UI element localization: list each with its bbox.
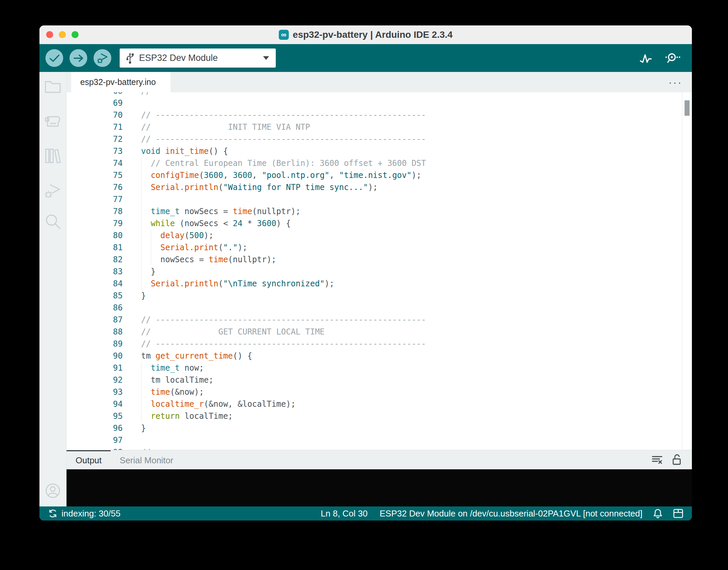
code-line: 84 Serial.println("\nTime synchronized")… <box>67 278 692 290</box>
editor-scrollbar-thumb[interactable] <box>685 100 690 116</box>
line-number: 74 <box>67 157 123 169</box>
code-text: // -------------------------------------… <box>123 338 426 350</box>
sidebar-item-boards-manager[interactable] <box>44 114 62 129</box>
bell-icon <box>653 508 662 518</box>
debug-icon <box>44 183 62 199</box>
code-line: 77 <box>67 193 692 205</box>
code-text <box>123 302 141 314</box>
code-text: // -------------------------------------… <box>123 446 426 450</box>
arrow-right-icon <box>74 54 84 62</box>
code-text <box>123 97 141 109</box>
code-line: 88// GET CURRENT LOCAL TIME <box>67 326 692 338</box>
code-line: 73void init_time() { <box>67 145 692 157</box>
debug-button[interactable] <box>94 49 111 67</box>
line-number: 82 <box>67 254 123 266</box>
serial-monitor-button[interactable] <box>663 51 681 66</box>
unlock-icon <box>672 454 682 466</box>
board-selector-label: ESP32 Dev Module <box>139 53 263 63</box>
line-number: 84 <box>67 278 123 290</box>
titlebar[interactable]: ∞ esp32-pv-battery | Arduino IDE 2.3.4 <box>39 25 692 44</box>
refresh-icon <box>48 509 57 518</box>
code-text: Serial.println("Waiting for NTP time syn… <box>123 181 378 193</box>
board-selector-dropdown[interactable]: ESP32 Dev Module <box>120 49 276 68</box>
toolbar: ESP32 Dev Module <box>39 44 692 72</box>
code-text: delay(500); <box>123 229 214 242</box>
line-number: 88 <box>67 326 123 338</box>
line-number: 83 <box>67 266 123 278</box>
app-window: ∞ esp32-pv-battery | Arduino IDE 2.3.4 <box>39 25 692 520</box>
code-text: time(&now); <box>123 386 204 398</box>
output-console[interactable] <box>67 469 692 506</box>
indexing-status: indexing: 30/55 <box>39 508 120 519</box>
code-line: 81 Serial.print("."); <box>67 242 692 254</box>
line-number: 80 <box>67 229 123 242</box>
code-text: while (nowSecs < 24 * 3600) { <box>123 217 291 229</box>
code-text: } <box>123 290 146 302</box>
folder-icon <box>44 80 62 94</box>
status-bar: indexing: 30/55 Ln 8, Col 30 ESP32 Dev M… <box>39 506 692 520</box>
cursor-position[interactable]: Ln 8, Col 30 <box>321 508 368 519</box>
tab-overflow-menu[interactable]: ··· <box>669 77 683 87</box>
code-line: 83 } <box>67 266 692 278</box>
code-line: 78 time_t nowSecs = time(nullptr); <box>67 205 692 217</box>
sidebar-item-library-manager[interactable] <box>44 148 61 164</box>
line-number: 77 <box>67 193 123 205</box>
sidebar-item-search[interactable] <box>44 213 61 230</box>
clear-output-button[interactable] <box>651 455 663 465</box>
code-editor[interactable]: 68// -----------------------------------… <box>67 92 692 450</box>
verify-button[interactable] <box>45 49 63 67</box>
code-line: 79 while (nowSecs < 24 * 3600) { <box>67 217 692 229</box>
code-line: 94 localtime_r(&now, &localTime); <box>67 398 692 410</box>
indexing-label: indexing: 30/55 <box>62 508 120 519</box>
line-number: 91 <box>67 362 123 374</box>
search-icon <box>44 213 61 230</box>
code-line: 76 Serial.println("Waiting for NTP time … <box>67 181 692 193</box>
code-text: Serial.print("."); <box>123 242 247 254</box>
line-number: 92 <box>67 374 123 386</box>
usb-icon <box>126 52 134 64</box>
code-text: } <box>123 422 146 434</box>
line-number: 69 <box>67 97 123 109</box>
checkmark-icon <box>49 54 59 62</box>
code-text: time_t nowSecs = time(nullptr); <box>123 205 300 217</box>
library-books-icon <box>44 148 61 164</box>
line-number: 96 <box>67 422 123 434</box>
line-number: 94 <box>67 398 123 410</box>
sidebar-item-sketchbook[interactable] <box>44 80 62 94</box>
line-number: 71 <box>67 121 123 133</box>
sidebar-item-account[interactable] <box>45 483 61 499</box>
line-number: 93 <box>67 386 123 398</box>
activity-sidebar <box>39 72 67 506</box>
arduino-app-icon: ∞ <box>279 30 289 40</box>
code-text: // -------------------------------------… <box>123 133 426 145</box>
line-number: 95 <box>67 410 123 422</box>
bottom-panel-bar: Output Serial Monitor <box>67 450 692 469</box>
line-number: 76 <box>67 181 123 193</box>
line-number: 87 <box>67 314 123 326</box>
line-number: 70 <box>67 109 123 121</box>
tab-output[interactable]: Output <box>67 450 111 469</box>
code-line: 71// INIT TIME VIA NTP <box>67 121 692 133</box>
code-line: 82 nowSecs = time(nullptr); <box>67 254 692 266</box>
code-text: void init_time() { <box>123 145 228 157</box>
toggle-panel-button[interactable] <box>673 509 683 518</box>
line-number: 78 <box>67 205 123 217</box>
notifications-button[interactable] <box>653 508 662 518</box>
serial-plotter-button[interactable] <box>638 51 653 66</box>
upload-button[interactable] <box>70 49 87 67</box>
clear-output-icon <box>651 455 663 465</box>
toggle-autoscroll-lock-button[interactable] <box>672 454 682 466</box>
line-number: 81 <box>67 242 123 254</box>
code-line: 92 tm localTime; <box>67 374 692 386</box>
tab-esp32-pv-battery-ino[interactable]: esp32-pv-battery.ino <box>71 72 170 92</box>
code-line: 74 // Central European Time (Berlin): 36… <box>67 157 692 169</box>
sidebar-item-debug[interactable] <box>44 183 62 199</box>
code-line: 80 delay(500); <box>67 229 692 242</box>
board-connection-status[interactable]: ESP32 Dev Module on /dev/cu.usbserial-02… <box>380 508 642 519</box>
code-line: 98// -----------------------------------… <box>67 446 692 450</box>
chevron-down-icon <box>263 56 269 60</box>
code-line: 91 time_t now; <box>67 362 692 374</box>
debug-bug-play-icon <box>97 53 108 64</box>
tab-serial-monitor[interactable]: Serial Monitor <box>111 450 182 469</box>
code-text: // Central European Time (Berlin): 3600 … <box>123 157 426 169</box>
